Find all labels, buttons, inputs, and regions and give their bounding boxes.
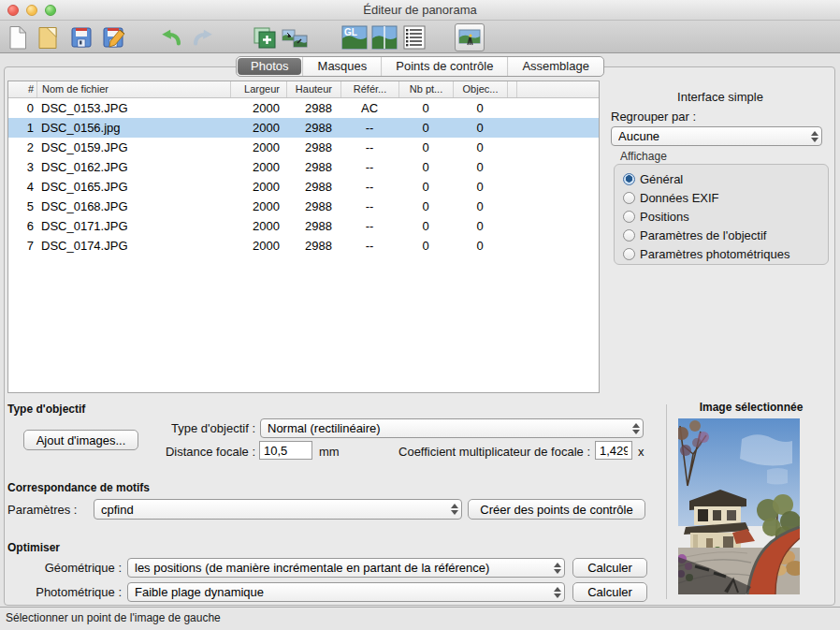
radio-icon (623, 192, 635, 204)
image-pair-icon (281, 24, 309, 51)
status-bar: Sélectionner un point de l'image de gauc… (0, 607, 840, 630)
calculate-photometric-button[interactable]: Calculer (572, 582, 647, 602)
matching-section-title: Correspondance de motifs (7, 481, 150, 494)
svg-text:GL: GL (344, 27, 357, 37)
images-table: # Nom de fichier Largeur Hauteur Référ..… (7, 81, 600, 393)
radio-icon (623, 173, 635, 185)
tab-assemblage[interactable]: Assemblage (507, 57, 603, 76)
control-point-list-button[interactable] (400, 23, 428, 51)
group-by-select[interactable]: Aucune (611, 126, 822, 146)
stepper-arrows-icon (807, 127, 821, 145)
redo-button[interactable] (189, 23, 217, 51)
display-group-label: Affichage (620, 150, 667, 163)
selected-image-title: Image sélectionnée (668, 401, 834, 414)
titlebar: Éditeur de panorama (0, 0, 840, 21)
radio-donnees-exif[interactable]: Données EXIF (623, 188, 828, 207)
focal-length-input[interactable] (259, 441, 312, 460)
tab-photos[interactable]: Photos (238, 58, 301, 75)
fast-preview-button[interactable] (370, 23, 398, 51)
interface-simple-label: Interface simple (608, 90, 833, 104)
radio-icon (623, 211, 635, 223)
radio-positions[interactable]: Positions (623, 207, 828, 226)
undo-button[interactable] (157, 23, 185, 51)
redo-icon (191, 25, 215, 50)
focal-length-label: Distance focale : (94, 445, 255, 459)
stepper-arrows-icon (447, 500, 461, 519)
col-header-hauteur[interactable]: Hauteur (286, 81, 340, 97)
table-row[interactable]: 6DSC_0171.JPG 20002988 --0 0 (8, 216, 599, 236)
col-header-objec[interactable]: Objec... (453, 81, 507, 97)
status-text: Sélectionner un point de l'image de gauc… (6, 611, 221, 624)
col-header-rest (516, 81, 599, 97)
group-by-label: Regrouper par : (611, 110, 696, 124)
photo-preview (678, 418, 800, 594)
table-row[interactable]: 0DSC_0153.JPG 20002988 AC0 0 (8, 98, 599, 118)
edit-image-variables-button[interactable] (281, 23, 309, 51)
stepper-arrows-icon (550, 583, 564, 601)
toolbar: GL (0, 21, 840, 53)
window-title: Éditeur de panorama (0, 3, 840, 17)
tab-masques[interactable]: Masques (303, 57, 382, 76)
cp-detector-select[interactable]: cpfind (94, 499, 462, 520)
col-header-refer[interactable]: Référ... (340, 81, 398, 97)
undo-icon (159, 25, 183, 50)
stepper-arrows-icon (550, 559, 564, 577)
radio-general[interactable]: Général (623, 169, 828, 188)
calculate-geometric-button[interactable]: Calculer (572, 558, 647, 578)
table-row[interactable]: 4DSC_0165.JPG 20002988 --0 0 (8, 177, 599, 197)
lens-type-select[interactable]: Normal (rectilinéaire) (260, 418, 644, 438)
add-images-icon (252, 24, 278, 51)
radio-parametres-objectif[interactable]: Paramètres de l'objectif (623, 226, 828, 244)
table-row[interactable]: 5DSC_0168.JPG 20002988 --0 0 (8, 197, 599, 216)
fast-preview-icon (371, 25, 398, 50)
new-project-button[interactable] (4, 23, 32, 51)
table-row[interactable]: 1DSC_0156.jpg 20002988 --0 0 (8, 118, 599, 138)
radio-icon (623, 229, 635, 242)
gl-preview-icon: GL (341, 25, 368, 50)
gl-preview-button[interactable]: GL (340, 23, 369, 51)
col-header-extra[interactable] (507, 81, 516, 97)
save-as-icon (100, 24, 126, 51)
lens-type-label: Type d'objectif : (94, 421, 255, 435)
tab-bar: Photos Masques Points de contrôle Assemb… (236, 56, 604, 77)
tab-points-de-controle[interactable]: Points de contrôle (381, 57, 507, 76)
lens-section-title: Type d'objectif (7, 403, 85, 416)
panorama-editor-window: Éditeur de panorama (0, 0, 840, 630)
settings-label: Paramètres : (7, 503, 77, 517)
new-file-icon (5, 24, 31, 51)
photometric-select[interactable]: Faible plage dynamique (127, 582, 565, 602)
col-header-num[interactable]: # (8, 81, 36, 97)
open-file-icon (35, 24, 61, 51)
table-row[interactable]: 3DSC_0162.JPG 20002988 --0 0 (8, 157, 599, 177)
save-project-as-button[interactable] (99, 23, 127, 51)
create-control-points-button[interactable]: Créer des points de contrôle (468, 499, 645, 520)
table-row[interactable]: 7DSC_0174.JPG 20002988 --0 0 (8, 236, 599, 256)
geometric-label: Géométrique : (9, 561, 122, 575)
optimize-section-title: Optimiser (7, 541, 60, 554)
radio-parametres-photometriques[interactable]: Paramètres photométriques (623, 244, 828, 263)
col-header-nbpt[interactable]: Nb pt... (398, 81, 453, 97)
stepper-arrows-icon (629, 419, 643, 437)
list-icon (403, 25, 426, 50)
panorama-icon (458, 27, 481, 48)
panorama-assistant-button[interactable] (455, 23, 485, 51)
table-row[interactable]: 2DSC_0159.JPG 20002988 --0 0 (8, 138, 599, 157)
radio-icon (623, 248, 635, 260)
table-header: # Nom de fichier Largeur Hauteur Référ..… (8, 81, 599, 98)
open-project-button[interactable] (34, 23, 62, 51)
crop-factor-label: Coefficient multiplicateur de focale : (329, 445, 590, 459)
photometric-label: Photométrique : (9, 585, 122, 599)
add-images-button-toolbar[interactable] (251, 23, 279, 51)
crop-factor-input[interactable] (595, 441, 632, 460)
save-icon (68, 24, 94, 51)
display-options-group: Général Données EXIF Positions Paramètre… (614, 164, 829, 265)
crop-unit-label: x (638, 445, 644, 459)
geometric-select[interactable]: les positions (de manière incrémentale e… (127, 558, 565, 578)
col-header-name[interactable]: Nom de fichier (36, 81, 230, 97)
vertical-separator (666, 404, 667, 599)
col-header-largeur[interactable]: Largeur (230, 81, 286, 97)
selected-image-thumbnail (678, 418, 800, 594)
save-project-button[interactable] (67, 23, 95, 51)
